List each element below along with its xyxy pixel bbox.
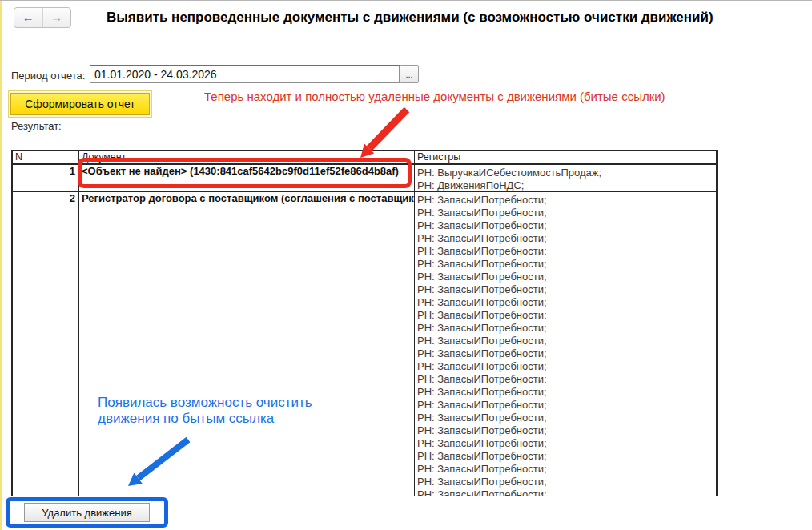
header-n: N — [13, 151, 78, 163]
register-line: РН: ЗапасыИПотребности; — [417, 373, 716, 386]
row-number-cell[interactable]: 2 — [13, 192, 78, 496]
register-line: РН: ЗапасыИПотребности; — [417, 347, 716, 360]
back-button[interactable]: ← — [14, 8, 42, 27]
blue-annotation-text: Появилась возможность очистить движения … — [98, 395, 312, 427]
generate-report-button[interactable]: Сформировать отчет — [10, 93, 150, 115]
forward-arrow-icon: → — [50, 10, 62, 24]
forward-button[interactable]: → — [43, 8, 71, 27]
register-line: РН: ЗапасыИПотребности; — [417, 245, 716, 258]
register-line: РН: ЗапасыИПотребности; — [417, 463, 716, 476]
register-line: РН: ЗапасыИПотребности; — [417, 322, 716, 335]
result-label: Результат: — [11, 120, 62, 132]
red-annotation-text: Теперь находит и полностью удаленные док… — [204, 90, 665, 103]
register-line: РН: ЗапасыИПотребности; — [417, 360, 716, 373]
register-line: РН: ЗапасыИПотребности; — [417, 258, 716, 271]
header-registers: Регистры — [414, 151, 716, 163]
period-picker-button[interactable]: ... — [400, 65, 419, 83]
register-line: РН: ЗапасыИПотребности; — [417, 476, 716, 488]
blue-annotation-line2: движения по бытым ссылка — [98, 411, 312, 427]
period-input[interactable] — [90, 65, 400, 83]
register-line: РН: ЗапасыИПотребности; — [417, 283, 716, 296]
report-window: ← → Выявить непроведенные документы с дв… — [0, 0, 812, 530]
result-table: N Документ Регистры 1 <Объект не найден>… — [11, 150, 718, 496]
blue-annotation-line1: Появилась возможность очистить — [98, 395, 312, 411]
nav-history-group: ← → — [14, 7, 71, 28]
register-line: РН: ЗапасыИПотребности; — [417, 219, 716, 232]
register-line: РН: ЗапасыИПотребности; — [417, 335, 716, 347]
document-cell[interactable]: <Объект не найден> (1430:841caf5642bc9f0… — [78, 165, 414, 191]
register-line: РН: ЗапасыИПотребности; — [417, 194, 716, 207]
register-line: РН: ЗапасыИПотребности; — [417, 424, 716, 437]
register-line: РН: ЗапасыИПотребности; — [417, 412, 716, 424]
register-line: РН: ЗапасыИПотребности; — [417, 386, 716, 399]
register-line: РН: ДвиженияПоНДС; — [417, 179, 716, 191]
blue-arrow-icon — [119, 435, 195, 491]
row-number-cell[interactable]: 1 — [13, 165, 78, 191]
table-row: 1 <Объект не найден> (1430:841caf5642bc9… — [13, 165, 716, 192]
registers-cell[interactable]: РН: ЗапасыИПотребности;РН: ЗапасыИПотреб… — [414, 192, 716, 496]
register-line: РН: ЗапасыИПотребности; — [417, 207, 716, 219]
register-line: РН: ЗапасыИПотребности; — [417, 232, 716, 245]
register-line: РН: ЗапасыИПотребности; — [417, 437, 716, 450]
register-line: РН: ЗапасыИПотребности; — [417, 488, 716, 496]
register-line: РН: ЗапасыИПотребности; — [417, 309, 716, 322]
period-label: Период отчета: — [11, 70, 85, 82]
red-arrow-icon — [349, 105, 413, 161]
registers-cell[interactable]: РН: ВыручкаИСебестоимостьПродаж;РН: Движ… — [414, 165, 716, 191]
back-arrow-icon: ← — [22, 10, 34, 24]
page-title: Выявить непроведенные документы с движен… — [107, 10, 795, 26]
delete-movements-button[interactable]: Удалить движения — [24, 503, 150, 522]
register-line: РН: ЗапасыИПотребности; — [417, 271, 716, 283]
generate-button-outline: Сформировать отчет — [8, 90, 152, 118]
left-edge-strip — [0, 1, 2, 530]
register-line: РН: ВыручкаИСебестоимостьПродаж; — [417, 167, 716, 179]
register-line: РН: ЗапасыИПотребности; — [417, 450, 716, 463]
register-line: РН: ЗапасыИПотребности; — [417, 399, 716, 412]
register-line: РН: ЗапасыИПотребности; — [417, 296, 716, 309]
